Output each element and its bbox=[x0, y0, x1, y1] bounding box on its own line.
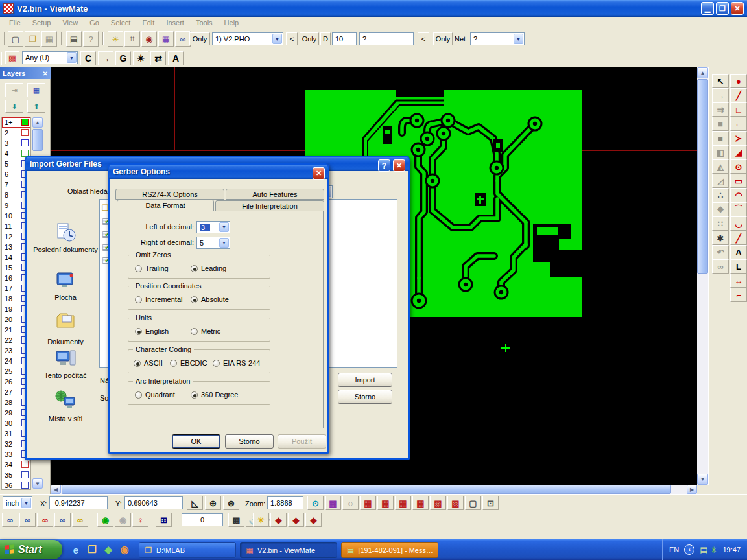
tray-collapse-icon[interactable]: ‹ bbox=[684, 544, 694, 555]
link-tool[interactable]: ∞ bbox=[712, 259, 729, 274]
only-net-button[interactable]: Only bbox=[433, 32, 453, 45]
close-icon[interactable]: ✕ bbox=[43, 70, 48, 77]
menu-tools[interactable]: Tools bbox=[191, 18, 218, 28]
radio-absolute[interactable]: Absolute bbox=[191, 296, 229, 303]
radio-icon[interactable] bbox=[191, 391, 198, 399]
line-tool[interactable]: ╱ bbox=[730, 88, 747, 102]
place-desktop-icon[interactable] bbox=[33, 270, 98, 292]
label-tool[interactable]: L bbox=[730, 259, 747, 274]
dcode-type-combo[interactable]: Any (U)▼ bbox=[22, 51, 78, 64]
layer-scroll-thumb[interactable] bbox=[32, 129, 43, 151]
view-lines-icon[interactable]: ∞ bbox=[19, 513, 36, 527]
c-button[interactable]: C bbox=[80, 51, 96, 65]
close-button[interactable]: ✕ bbox=[731, 2, 744, 15]
tool-find-icon[interactable]: ⌗ bbox=[124, 31, 140, 47]
g-button[interactable]: G bbox=[115, 51, 131, 65]
step-repeat-tool[interactable]: ∷ bbox=[712, 216, 729, 231]
layer-insert-button[interactable]: ⇥ bbox=[5, 83, 23, 97]
view-all-icon[interactable]: ∞ bbox=[72, 513, 88, 527]
arc-tool[interactable]: ◠ bbox=[730, 188, 747, 202]
layer-color-swatch[interactable] bbox=[21, 471, 29, 478]
flash-find-icon[interactable]: ✳ bbox=[108, 31, 123, 47]
pad-flash-icon[interactable]: ◆ bbox=[270, 513, 287, 527]
import-cancel-button[interactable]: Storno bbox=[338, 390, 392, 404]
move-dcode-tool[interactable]: → bbox=[712, 88, 729, 102]
radio-english[interactable]: English bbox=[135, 327, 169, 335]
radio-icon[interactable] bbox=[213, 360, 220, 367]
menu-setup[interactable]: Setup bbox=[27, 18, 56, 28]
counter-field[interactable]: 0 bbox=[182, 513, 223, 526]
task-message[interactable]: ▤[191-482-091] - Mess… bbox=[341, 542, 438, 558]
scroll-up-icon[interactable]: ▲ bbox=[697, 67, 708, 78]
tab-data-format[interactable]: Data Format bbox=[117, 200, 214, 211]
place-network-icon[interactable] bbox=[33, 390, 98, 412]
radio-icon[interactable] bbox=[135, 265, 142, 272]
layer-color-swatch[interactable] bbox=[21, 461, 29, 468]
mirror-tool[interactable]: ◧ bbox=[712, 145, 729, 159]
select-points-icon[interactable]: ⊡ bbox=[482, 496, 499, 510]
layer-row-36[interactable]: 36 bbox=[2, 480, 30, 490]
colors-icon[interactable]: ▦ bbox=[158, 31, 174, 47]
polyline-tool[interactable]: ∟ bbox=[730, 102, 747, 117]
swap-button[interactable]: ⇄ bbox=[150, 51, 166, 65]
place-computer-icon[interactable] bbox=[33, 348, 98, 370]
view-dcodes-icon[interactable]: ∞ bbox=[2, 513, 18, 527]
prev-dcode-button[interactable]: < bbox=[418, 32, 429, 45]
layer-up-button[interactable]: ⬆ bbox=[27, 100, 45, 113]
layer-color-swatch[interactable] bbox=[21, 482, 29, 489]
pan-down-grid-icon[interactable]: ▦ bbox=[395, 496, 411, 510]
view-traces-icon[interactable]: ∞ bbox=[54, 513, 71, 527]
highlight-icon[interactable]: ✳ bbox=[253, 513, 269, 527]
chevron-down-icon[interactable]: ▼ bbox=[514, 34, 523, 44]
measure-glasses-icon[interactable]: ∞ bbox=[175, 31, 191, 47]
tab-rs274-x-options[interactable]: RS274-X Options bbox=[115, 189, 224, 200]
radio-icon[interactable] bbox=[135, 391, 142, 399]
place-documents-icon[interactable] bbox=[33, 310, 98, 332]
radio-icon[interactable] bbox=[191, 296, 198, 303]
arc-chord-tool[interactable]: ◡ bbox=[730, 216, 747, 231]
dimension-tool[interactable]: ↔ bbox=[730, 274, 747, 288]
scatter-tool[interactable]: ∴ bbox=[712, 188, 729, 202]
view-pads-icon[interactable]: ∞ bbox=[37, 513, 53, 527]
hscroll-thumb[interactable] bbox=[62, 485, 671, 494]
flip-tool[interactable]: ◭ bbox=[712, 159, 729, 174]
lamp-on-icon[interactable]: ◉ bbox=[97, 513, 113, 527]
save-file-icon[interactable]: ▦ bbox=[42, 31, 57, 47]
move-dcodes-tool[interactable]: ⇉ bbox=[712, 102, 729, 117]
right-of-decimal-combo[interactable]: 5 ▼ bbox=[196, 237, 230, 249]
radio-metric[interactable]: Metric bbox=[191, 327, 220, 335]
zoom-field[interactable]: 1.8868 bbox=[267, 496, 303, 509]
probe-icon[interactable]: ⊛ bbox=[223, 496, 239, 510]
start-button[interactable]: Start bbox=[0, 540, 62, 559]
x-coordinate-field[interactable]: -0.942237 bbox=[49, 496, 108, 509]
firefox-icon[interactable]: ◉ bbox=[117, 542, 132, 557]
select-area-icon[interactable]: ▢ bbox=[465, 496, 481, 510]
y-coordinate-field[interactable]: 0.690643 bbox=[124, 496, 183, 509]
layer-row-2[interactable]: 2 bbox=[2, 128, 30, 138]
net-combo[interactable]: ?▼ bbox=[470, 32, 525, 45]
layer-row-34[interactable]: 34 bbox=[2, 460, 30, 470]
layer-down-button[interactable]: ⬇ bbox=[5, 100, 23, 113]
radio-quadrant[interactable]: Quadrant bbox=[135, 391, 175, 399]
layer-row-35[interactable]: 35 bbox=[2, 470, 30, 480]
layer-color-swatch[interactable] bbox=[21, 129, 29, 136]
probe-red-icon[interactable]: ♀ bbox=[132, 513, 148, 527]
radio-icon[interactable] bbox=[135, 328, 142, 335]
chevron-down-icon[interactable]: ▼ bbox=[272, 34, 282, 44]
menu-select[interactable]: Select bbox=[106, 18, 136, 28]
layer-scroll-down-icon[interactable]: ▼ bbox=[32, 478, 43, 489]
zoom-tool-icon[interactable]: ⊙ bbox=[307, 496, 324, 510]
new-file-icon[interactable]: ▢ bbox=[8, 31, 23, 47]
filled-square-tool[interactable]: ■ bbox=[712, 117, 729, 131]
place-documents-label[interactable]: Dokumenty bbox=[33, 338, 98, 346]
menu-file[interactable]: File bbox=[4, 18, 26, 28]
pan-right-grid-icon[interactable]: ▦ bbox=[377, 496, 394, 510]
zoom-grid-icon[interactable]: ▩ bbox=[325, 496, 341, 510]
tab-auto-features[interactable]: Auto Features bbox=[226, 189, 324, 200]
help-select-icon[interactable]: ? bbox=[83, 31, 99, 47]
chevron-down-icon[interactable]: ▼ bbox=[21, 498, 31, 508]
angle-icon[interactable]: ◺ bbox=[187, 496, 203, 510]
radio-ascii[interactable]: ASCII bbox=[134, 359, 163, 367]
only-layer-button[interactable]: Only bbox=[189, 32, 210, 45]
layer-row-3[interactable]: 3 bbox=[2, 138, 30, 148]
